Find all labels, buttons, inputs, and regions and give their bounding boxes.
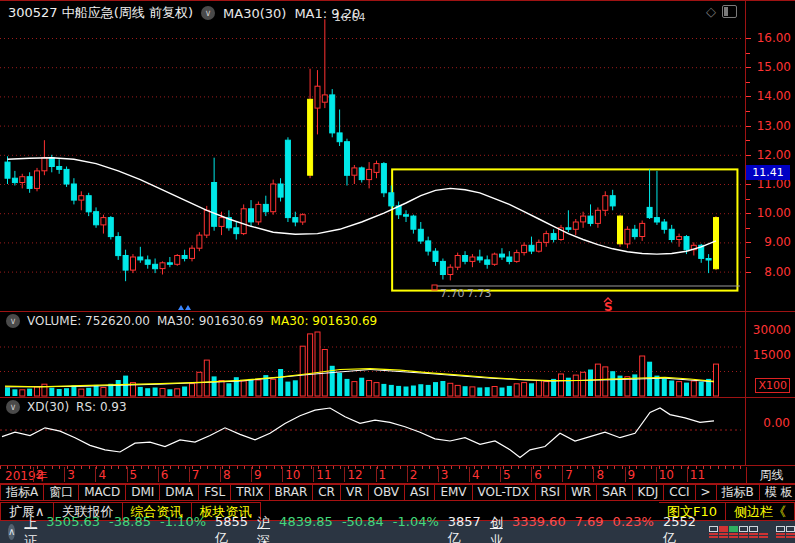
index-quote-创业[interactable]: 创业3339.607.690.23%2552亿 xyxy=(490,514,696,543)
toolbar-button-vr[interactable]: VR xyxy=(341,484,369,501)
toolbar-button-trix[interactable]: TRIX xyxy=(231,484,269,501)
month-grid-line xyxy=(500,467,501,482)
index-quote-上证[interactable]: 上证3505.63-38.85-1.10%5855亿 xyxy=(24,514,248,543)
toolbar-button-asi[interactable]: ASI xyxy=(405,484,435,501)
axis-month-label: 11 xyxy=(316,468,331,482)
page-title: 300527 中船应急(周线 前复权) xyxy=(8,4,193,22)
volume-header: ∨ VOLUME: 752620.00 MA30: 901630.69 MA30… xyxy=(0,313,746,329)
toolbar-button-窗口[interactable]: 窗口 xyxy=(44,484,79,501)
xd-zero-label: 0.00 xyxy=(746,416,790,430)
axis-month-label: 5 xyxy=(130,468,138,482)
exright-marker xyxy=(178,305,191,310)
price-tick-label: 16.00 xyxy=(747,31,791,45)
toolbar-button-模 板[interactable]: 模 板 xyxy=(760,484,795,501)
toolbar-button-kdj[interactable]: KDJ xyxy=(633,484,665,501)
month-grid-line xyxy=(625,467,626,482)
axis-month-label: 2 xyxy=(410,468,418,482)
toolbar-button-指标a[interactable]: 指标A xyxy=(0,484,44,501)
index-name: 创业 xyxy=(490,514,503,543)
chevron-down-icon[interactable]: ∨ xyxy=(6,400,20,414)
volume-value-label: VOLUME: 752620.00 xyxy=(27,314,150,328)
volume-chart-canvas[interactable] xyxy=(0,330,745,398)
toolbar-button-obv[interactable]: OBV xyxy=(369,484,406,501)
indicator-toolbar: 指标A窗口MACDDMIDMAFSLTRIXBRARCRVROBVASIEMVV… xyxy=(0,484,795,501)
axis-month-label: 8 xyxy=(596,468,604,482)
index-amount: 2552亿 xyxy=(663,514,696,543)
price-tick-label: 14.00 xyxy=(747,89,791,103)
panel-layout-icon[interactable] xyxy=(722,5,737,18)
axis-month-label: 10 xyxy=(285,468,300,482)
toolbar-button-emv[interactable]: EMV xyxy=(435,484,472,501)
breadth-group xyxy=(776,526,795,538)
month-grid-line xyxy=(251,467,252,482)
month-grid-line xyxy=(95,467,96,482)
toolbar-button-cci[interactable]: CCI xyxy=(664,484,695,501)
xd-rs-label: RS: 0.93 xyxy=(76,400,127,414)
price-tick-label: 13.00 xyxy=(747,119,791,133)
toolbar-button-指标B[interactable]: 指标B xyxy=(717,484,760,501)
axis-tick xyxy=(746,67,751,68)
period-label: 周线 xyxy=(746,467,795,484)
index-quote-沪深[interactable]: 沪深4839.85-50.84-1.04%3857亿 xyxy=(257,514,481,543)
axis-tick xyxy=(746,272,751,273)
toolbar-button-vol-tdx[interactable]: VOL-TDX xyxy=(473,484,536,501)
chevron-up-icon[interactable]: ∧ xyxy=(8,524,15,540)
toolbar-button-sar[interactable]: SAR xyxy=(597,484,632,501)
toolbar-button-brar[interactable]: BRAR xyxy=(270,484,314,501)
index-change: -50.84 xyxy=(342,514,384,543)
axis-tick xyxy=(746,228,750,229)
market-status-bar: ∧ 上证3505.63-38.85-1.10%5855亿沪深4839.85-50… xyxy=(0,521,795,543)
axis-tick xyxy=(746,82,750,83)
toolbar-button-cr[interactable]: CR xyxy=(313,484,341,501)
tab-侧边栏《[interactable]: 侧边栏《 xyxy=(726,502,795,521)
month-grid-line xyxy=(344,467,345,482)
index-change: 7.69 xyxy=(575,514,604,543)
index-amount: 3857亿 xyxy=(448,514,481,543)
axis-month-label: 2 xyxy=(36,468,44,482)
toolbar-button-wr[interactable]: WR xyxy=(566,484,597,501)
index-value: 4839.85 xyxy=(279,514,333,543)
xd-header: ∨ XD(30) RS: 0.93 xyxy=(0,399,746,414)
index-name: 沪深 xyxy=(257,514,270,543)
axis-tick xyxy=(746,126,751,127)
axis-month-label: 6 xyxy=(534,468,542,482)
index-change-pct: -1.04% xyxy=(393,514,439,543)
axis-month-label: 1 xyxy=(379,468,387,482)
volume-unit-label: X100 xyxy=(755,378,790,393)
current-price-badge: 11.41 xyxy=(746,165,790,180)
toolbar-button-dmi[interactable]: DMI xyxy=(126,484,160,501)
axis-tick xyxy=(746,242,751,243)
toolbar-button-dma[interactable]: DMA xyxy=(160,484,199,501)
month-grid-line xyxy=(64,467,65,482)
month-grid-line xyxy=(33,467,34,482)
low-marker xyxy=(432,285,437,290)
month-grid-line xyxy=(220,467,221,482)
month-grid-line xyxy=(313,467,314,482)
toolbar-button-macd[interactable]: MACD xyxy=(79,484,126,501)
month-grid-line xyxy=(438,467,439,482)
toolbar-button-rsi[interactable]: RSI xyxy=(536,484,567,501)
indicator-name-label: MA30(30) xyxy=(223,6,286,21)
xd-axis: 0.00 xyxy=(745,398,795,465)
main-chart-canvas[interactable]: 16.647.707.73S xyxy=(0,0,745,311)
volume-ma-white-label: MA30: 901630.69 xyxy=(157,314,264,328)
stock-chart-window: 16.647.707.73S 300527 中船应急(周线 前复权) ∨ MA3… xyxy=(0,0,795,543)
chevron-down-icon[interactable]: ∨ xyxy=(6,314,20,328)
axis-tick xyxy=(746,140,750,141)
toolbar-button->[interactable]: > xyxy=(696,484,717,501)
axis-month-label: 3 xyxy=(441,468,449,482)
axis-month-label: 7 xyxy=(192,468,200,482)
low-price-label-2: 7.73 xyxy=(467,287,492,300)
axis-tick xyxy=(746,111,750,112)
diamond-icon[interactable]: ◇ xyxy=(706,4,716,19)
axis-month-label: 12 xyxy=(347,468,362,482)
axis-tick xyxy=(746,199,750,200)
axis-month-label: 4 xyxy=(472,468,480,482)
month-grid-line xyxy=(158,467,159,482)
month-grid-line xyxy=(562,467,563,482)
sell-signal-label: S xyxy=(604,300,613,311)
toolbar-button-fsl[interactable]: FSL xyxy=(199,484,231,501)
chevron-down-icon[interactable]: ∨ xyxy=(201,6,215,20)
price-tick-label: 8.00 xyxy=(747,265,791,279)
price-tick-label: 15.00 xyxy=(747,60,791,74)
